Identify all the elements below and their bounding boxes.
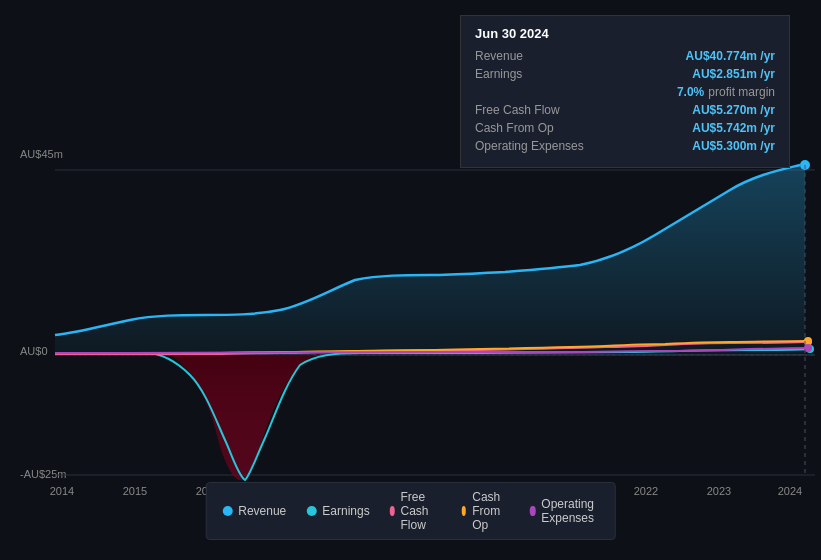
- legend-dot-opex: [530, 506, 535, 516]
- chart-container: AU$45m AU$0 -AU$25m: [0, 160, 821, 500]
- legend-label-fcf: Free Cash Flow: [401, 490, 442, 532]
- legend-label-revenue: Revenue: [238, 504, 286, 518]
- legend-item-revenue[interactable]: Revenue: [222, 490, 286, 532]
- svg-text:2014: 2014: [50, 485, 74, 497]
- svg-text:2024: 2024: [778, 485, 802, 497]
- tooltip-cashop-row: Cash From Op AU$5.742m /yr: [475, 121, 775, 135]
- legend-dot-earnings: [306, 506, 316, 516]
- svg-text:2015: 2015: [123, 485, 147, 497]
- legend-item-opex[interactable]: Operating Expenses: [530, 490, 599, 532]
- legend-dot-fcf: [390, 506, 395, 516]
- tooltip-fcf-row: Free Cash Flow AU$5.270m /yr: [475, 103, 775, 117]
- chart-svg: 2014 2015 2016 2017 2018 2019 2020 2021 …: [0, 160, 821, 500]
- tooltip-opex-row: Operating Expenses AU$5.300m /yr: [475, 139, 775, 153]
- legend-label-cashop: Cash From Op: [472, 490, 510, 532]
- tooltip-revenue-row: Revenue AU$40.774m /yr: [475, 49, 775, 63]
- legend-dot-revenue: [222, 506, 232, 516]
- tooltip-cashop-value: AU$5.742m /yr: [692, 121, 775, 135]
- legend-label-opex: Operating Expenses: [541, 497, 598, 525]
- tooltip-earnings-value: AU$2.851m /yr: [692, 67, 775, 81]
- tooltip-opex-label: Operating Expenses: [475, 139, 585, 153]
- legend-dot-cashop: [461, 506, 466, 516]
- tooltip-earnings-row: Earnings AU$2.851m /yr: [475, 67, 775, 81]
- y-label-top: AU$45m: [20, 148, 63, 160]
- tooltip-opex-value: AU$5.300m /yr: [692, 139, 775, 153]
- tooltip-cashop-label: Cash From Op: [475, 121, 585, 135]
- legend-item-cashop[interactable]: Cash From Op: [461, 490, 510, 532]
- tooltip-margin-label: profit margin: [708, 85, 775, 99]
- chart-legend: Revenue Earnings Free Cash Flow Cash Fro…: [205, 482, 616, 540]
- tooltip-revenue-label: Revenue: [475, 49, 585, 63]
- legend-item-earnings[interactable]: Earnings: [306, 490, 369, 532]
- tooltip-earnings-label: Earnings: [475, 67, 585, 81]
- legend-item-fcf[interactable]: Free Cash Flow: [390, 490, 442, 532]
- tooltip-margin-row: 7.0% profit margin: [475, 85, 775, 99]
- tooltip-fcf-value: AU$5.270m /yr: [692, 103, 775, 117]
- tooltip-fcf-label: Free Cash Flow: [475, 103, 585, 117]
- tooltip-panel: Jun 30 2024 Revenue AU$40.774m /yr Earni…: [460, 15, 790, 168]
- tooltip-revenue-value: AU$40.774m /yr: [686, 49, 775, 63]
- tooltip-margin-percent: 7.0%: [677, 85, 704, 99]
- svg-text:2022: 2022: [634, 485, 658, 497]
- svg-text:2023: 2023: [707, 485, 731, 497]
- legend-label-earnings: Earnings: [322, 504, 369, 518]
- tooltip-date: Jun 30 2024: [475, 26, 775, 41]
